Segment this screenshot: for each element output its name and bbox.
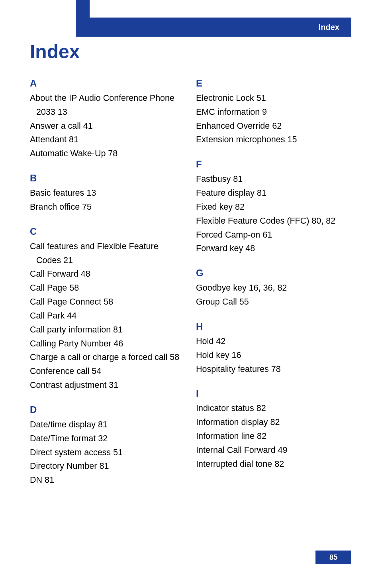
section-letter: C bbox=[30, 226, 184, 237]
index-entry: Directory Number 81 bbox=[30, 459, 184, 473]
index-section: HHold 42Hold key 16Hospitality features … bbox=[196, 321, 350, 376]
index-entry: Direct system access 51 bbox=[30, 446, 184, 460]
index-entry: Goodbye key 16, 36, 82 bbox=[196, 281, 350, 295]
index-entry: Charge a call or charge a forced call 58 bbox=[30, 350, 184, 364]
index-entry: Group Call 55 bbox=[196, 295, 350, 309]
index-entry: Call Park 44 bbox=[30, 309, 184, 323]
index-entry: Forced Camp-on 61 bbox=[196, 228, 350, 242]
index-entry: Hold key 16 bbox=[196, 348, 350, 362]
index-entry: DN 81 bbox=[30, 473, 184, 487]
index-entry: Fastbusy 81 bbox=[196, 172, 350, 186]
header-vertical-bar bbox=[76, 0, 90, 37]
index-entry: EMC information 9 bbox=[196, 105, 350, 119]
index-section: CCall features and Flexible Feature Code… bbox=[30, 226, 184, 392]
index-entry: Branch office 75 bbox=[30, 200, 184, 214]
index-entry: Call Forward 48 bbox=[30, 267, 184, 281]
index-entry: Interrupted dial tone 82 bbox=[196, 457, 350, 471]
index-entry: Forward key 48 bbox=[196, 242, 350, 256]
index-entry: Electronic Lock 51 bbox=[196, 91, 350, 105]
index-section: EElectronic Lock 51EMC information 9Enha… bbox=[196, 78, 350, 147]
section-letter: F bbox=[196, 159, 350, 170]
index-entry: Information line 82 bbox=[196, 429, 350, 443]
index-entry: Call Page 58 bbox=[30, 281, 184, 295]
page-number-box: 85 bbox=[315, 551, 351, 564]
index-entry: Conference call 54 bbox=[30, 364, 184, 378]
page-number: 85 bbox=[329, 553, 337, 562]
index-entry: Basic features 13 bbox=[30, 186, 184, 200]
index-entry: Indicator status 82 bbox=[196, 401, 350, 415]
index-section: FFastbusy 81Feature display 81Fixed key … bbox=[196, 159, 350, 256]
index-entry: Extension microphones 15 bbox=[196, 133, 350, 147]
index-entry: Call party information 81 bbox=[30, 323, 184, 337]
index-entry: Contrast adjustment 31 bbox=[30, 378, 184, 392]
index-entry: Flexible Feature Codes (FFC) 80, 82 bbox=[196, 214, 350, 228]
index-entry: About the IP Audio Conference Phone 2033… bbox=[30, 91, 184, 119]
header-label: Index bbox=[319, 23, 339, 32]
index-entry: Fixed key 82 bbox=[196, 200, 350, 214]
section-letter: H bbox=[196, 321, 350, 332]
column-right: EElectronic Lock 51EMC information 9Enha… bbox=[196, 78, 350, 499]
index-section: BBasic features 13Branch office 75 bbox=[30, 173, 184, 214]
section-letter: B bbox=[30, 173, 184, 184]
column-left: AAbout the IP Audio Conference Phone 203… bbox=[30, 78, 184, 499]
index-entry: Hospitality features 78 bbox=[196, 362, 350, 376]
index-entry: Information display 82 bbox=[196, 415, 350, 429]
index-entry: Call Page Connect 58 bbox=[30, 295, 184, 309]
index-entry: Attendant 81 bbox=[30, 133, 184, 147]
index-entry: Call features and Flexible Feature Codes… bbox=[30, 240, 184, 267]
section-letter: D bbox=[30, 404, 184, 415]
index-entry: Feature display 81 bbox=[196, 186, 350, 200]
index-entry: Internal Call Forward 49 bbox=[196, 443, 350, 457]
index-entry: Date/time display 81 bbox=[30, 418, 184, 432]
index-section: AAbout the IP Audio Conference Phone 203… bbox=[30, 78, 184, 161]
index-section: DDate/time display 81Date/Time format 32… bbox=[30, 404, 184, 487]
header-tab: Index bbox=[90, 18, 351, 37]
index-entry: Enhanced Override 62 bbox=[196, 119, 350, 133]
index-columns: AAbout the IP Audio Conference Phone 203… bbox=[30, 78, 350, 499]
index-entry: Hold 42 bbox=[196, 334, 350, 348]
index-section: GGoodbye key 16, 36, 82Group Call 55 bbox=[196, 267, 350, 309]
page-title: Index bbox=[30, 41, 80, 63]
index-entry: Answer a call 41 bbox=[30, 119, 184, 133]
section-letter: I bbox=[196, 388, 350, 399]
section-letter: G bbox=[196, 267, 350, 279]
section-letter: E bbox=[196, 78, 350, 89]
index-entry: Date/Time format 32 bbox=[30, 432, 184, 446]
index-entry: Automatic Wake-Up 78 bbox=[30, 147, 184, 161]
index-entry: Calling Party Number 46 bbox=[30, 337, 184, 351]
index-section: IIndicator status 82Information display … bbox=[196, 388, 350, 471]
section-letter: A bbox=[30, 78, 184, 89]
